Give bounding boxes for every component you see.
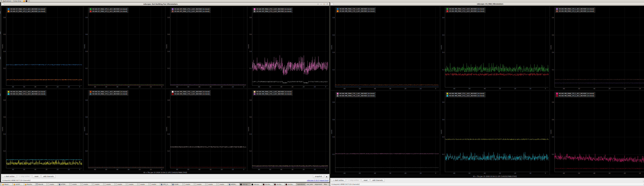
taskbar-button[interactable]: /bin/ba...	[262, 183, 273, 186]
firefox-icon[interactable]	[23, 0, 25, 2]
desktop-icon[interactable]	[0, 11, 1, 14]
taskbar-button[interactable]: MainW...	[36, 183, 47, 186]
plot-canvas[interactable]: -60-50-40-30-20-1000.20.40.60.8counts	[84, 89, 165, 171]
plot-canvas[interactable]: -60-50-40-30-20-1000.20.40.60.8counts	[2, 6, 83, 88]
taskbar-button[interactable]: WEEKL...	[228, 183, 239, 186]
taskbar-button[interactable]: medm	[126, 183, 137, 186]
taskbar-button[interactable]: Mozilla...	[24, 183, 35, 186]
x-tick-label: -10	[150, 86, 152, 87]
desktop-icon[interactable]	[0, 57, 1, 59]
plot-panel[interactable]: -60-50-40-30-20-1000.20.40.60.8countsH0:…	[330, 6, 440, 90]
plot-panel[interactable]: -60-50-40-30-20-1000.20.40.60.8countsH0:…	[440, 91, 550, 175]
taskbar-button[interactable]: medm	[206, 183, 217, 186]
plot-panel[interactable]: -60-50-40-30-20-1000.20.40.60.8countsH0:…	[84, 89, 165, 171]
plot-panel[interactable]: -60-50-40-30-20-1000.20.40.60.8countsH0:…	[550, 91, 644, 175]
version-link[interactable]: ndscope 0.19.3 (report bug)	[307, 179, 329, 181]
snapshot-button[interactable]: snapshot	[313, 175, 324, 178]
desktop-icon[interactable]	[0, 32, 1, 34]
taskbar-button[interactable]: /bin/ba...	[285, 183, 296, 186]
plot-canvas[interactable]: -60-50-40-30-20-1000.20.40.60.8counts	[166, 89, 247, 171]
terminal-icon[interactable]	[26, 0, 27, 2]
plot-panel[interactable]: -60-50-40-30-20-1000.20.40.60.8countsH0:…	[2, 89, 83, 171]
stop-online-button[interactable]: ◻stop online	[18, 175, 32, 178]
taskbar-button[interactable]: medm	[70, 183, 81, 186]
user-menu[interactable]: Corey Gray	[13, 0, 21, 2]
plot-canvas[interactable]: -60-50-40-30-20-1000.20.40.60.8counts	[2, 89, 83, 171]
medm-icon	[206, 184, 208, 185]
desktop-icon[interactable]	[0, 94, 1, 96]
taskbar-button[interactable]: SITEM...	[58, 183, 69, 186]
stop-online-button[interactable]: ◻stop online	[346, 179, 361, 182]
taskbar-button-label: SITEM...	[61, 183, 66, 185]
titlebar[interactable]: ndscope: Out Building Fan Vibrometers ∧—…	[1, 3, 330, 6]
plot-canvas[interactable]: -60-50-40-30-20-1000.20.40.60.8counts	[166, 6, 247, 88]
taskbar-grip[interactable]	[0, 183, 1, 186]
minimize-button[interactable]: —	[320, 3, 322, 5]
taskbar-button[interactable]: aLIGO ...	[13, 183, 24, 186]
start-online-button[interactable]: ▷start online	[2, 175, 16, 178]
file-manager-icon[interactable]	[28, 0, 30, 2]
plot-panel[interactable]: -60-50-40-30-20-1000.20.40.60.8countsH0:…	[166, 89, 247, 171]
taskbar-button[interactable]: OPS_O...	[160, 183, 171, 186]
plot-canvas[interactable]: -60-50-40-30-20-1000.20.40.60.8counts	[248, 89, 329, 171]
plot-canvas[interactable]: -60-50-40-30-20-1000.20.40.60.8counts	[84, 6, 165, 88]
add-channels-button[interactable]: add channels	[370, 179, 384, 182]
taskbar-button[interactable]: /bin/ba...	[274, 183, 285, 186]
taskbar-button[interactable]: medm	[183, 183, 194, 186]
titlebar[interactable]: ndscope: CS_FAN_Vibrometers ∧—□✗	[330, 2, 644, 6]
plot-canvas[interactable]: -60-50-40-30-20-1000.20.40.60.8counts	[440, 91, 550, 175]
taskbar-button[interactable]: medm	[92, 183, 103, 186]
taskbar-button[interactable]: medm	[81, 183, 92, 186]
workspace-alignment[interactable]: alignment	[314, 183, 323, 186]
taskbar-button[interactable]: ndscop...	[251, 183, 262, 186]
taskbar-button[interactable]: GUAR...	[172, 183, 183, 186]
taskbar-button[interactable]: medm	[149, 183, 160, 186]
taskbar-grip[interactable]	[328, 183, 330, 186]
y-tick-label: 0.6	[86, 116, 88, 118]
plot-panel[interactable]: -60-50-40-30-20-1000.20.40.60.8countsH0:…	[440, 6, 550, 90]
plot-panel[interactable]: -60-50-40-30-20-1000.20.40.60.8countsH0:…	[166, 6, 247, 88]
taskbar-button[interactable]: Weekl...	[2, 183, 12, 186]
plot-panel[interactable]: -60-50-40-30-20-1000.20.40.60.8countsH0:…	[248, 6, 329, 88]
taskbar-button[interactable]: medm	[194, 183, 205, 186]
plot-panel[interactable]: -60-50-40-30-20-1000.20.40.60.8countsH0:…	[550, 6, 644, 90]
plot-canvas[interactable]: -60-50-40-30-20-1000.20.40.60.8counts	[331, 91, 440, 175]
applications-menu[interactable]: Applications	[2, 0, 11, 2]
workspace-operations[interactable]: operations	[296, 183, 306, 186]
window-icon[interactable]	[2, 3, 4, 5]
y-tick-label: 0.8	[250, 17, 252, 18]
taskbar-button[interactable]: medm	[217, 183, 228, 186]
plot-canvas[interactable]: -60-50-40-30-20-1000.20.40.60.8counts	[331, 6, 440, 90]
y-tick-label: 0.2	[332, 154, 334, 155]
plot-canvas[interactable]: -60-50-40-30-20-1000.20.40.60.8counts	[550, 6, 644, 90]
workspace-Misc[interactable]: Misc	[323, 183, 328, 186]
x-tick-label: 0	[243, 169, 244, 170]
taskbar-button[interactable]: medm	[47, 183, 58, 186]
reset-button[interactable]: reset	[32, 175, 40, 178]
taskbar-button[interactable]: medm	[115, 183, 126, 186]
plot-panel[interactable]: -60-50-40-30-20-1000.20.40.60.8countsH0:…	[84, 6, 165, 88]
taskbar-button-label: medm	[72, 183, 77, 185]
start-online-button[interactable]: ▷start online	[331, 179, 346, 182]
shade-button[interactable]: ∧	[317, 3, 319, 5]
plot-panel[interactable]: -60-50-40-30-20-1000.20.40.60.8countsH0:…	[330, 91, 440, 175]
taskbar-button[interactable]: medm	[138, 183, 149, 186]
window-icon[interactable]	[331, 3, 333, 5]
reset-button[interactable]: reset	[362, 179, 370, 182]
maximize-button[interactable]: □	[323, 3, 325, 5]
add-channels-button[interactable]: add channels	[41, 175, 56, 178]
plot-canvas[interactable]: -60-50-40-30-20-1000.20.40.60.8counts	[248, 6, 329, 88]
taskbar-button[interactable]: ndscop...	[240, 183, 251, 186]
plot-canvas[interactable]: -60-50-40-30-20-1000.20.40.60.8counts	[550, 91, 644, 175]
close-button[interactable]: ✗	[326, 3, 328, 5]
firefox-icon	[25, 184, 26, 185]
plot-panel[interactable]: -60-50-40-30-20-1000.20.40.60.8countsH0:…	[248, 89, 329, 171]
snapshot-button[interactable]: snapshot	[643, 179, 644, 182]
taskbar-button[interactable]: medm	[104, 183, 115, 186]
x-tick-label: -10	[529, 88, 531, 89]
workspace-sus_seis[interactable]: sus_seis	[306, 183, 314, 186]
plot-panel[interactable]: -60-50-40-30-20-1000.20.40.60.8countsH0:…	[2, 6, 83, 88]
plot-canvas[interactable]: -60-50-40-30-20-1000.20.40.60.8counts	[440, 6, 550, 90]
y-axis-label: counts	[166, 127, 167, 131]
snapshot-menu-button[interactable]: ▲	[325, 175, 328, 178]
